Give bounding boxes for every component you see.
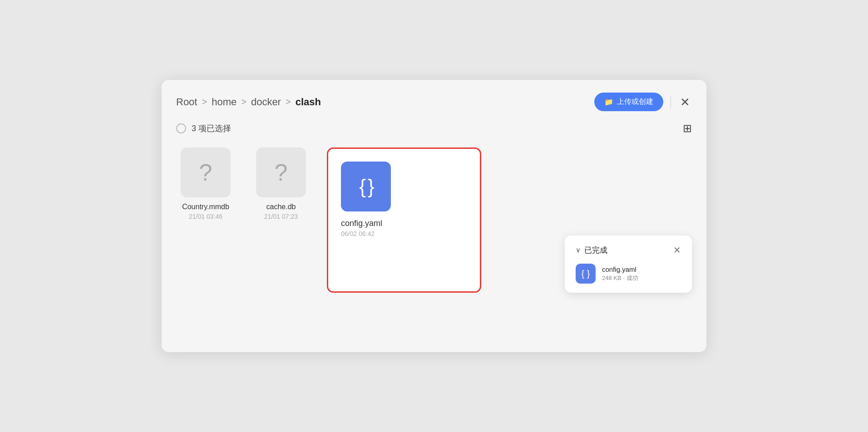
breadcrumb-sep-3: >	[286, 97, 291, 107]
upload-file-status: 成功	[626, 275, 638, 281]
selected-file-card[interactable]: { } config.yaml 06/02 06:42	[327, 147, 481, 293]
upload-progress-panel: ∨ 已完成 ✕ { } config.yaml 248 KB · 成功	[565, 236, 692, 293]
header: Root > home > docker > clash 📁 上传或创建 ✕	[162, 80, 706, 118]
breadcrumb-sep-1: >	[202, 97, 207, 107]
yaml-file-icon: { }	[341, 162, 391, 211]
upload-panel-title: ∨ 已完成	[576, 245, 607, 255]
grid-view-button[interactable]: ⊞	[683, 122, 692, 135]
upload-file-info: config.yaml 248 KB · 成功	[602, 265, 638, 282]
select-all-checkbox[interactable]	[176, 123, 186, 133]
breadcrumb-clash: clash	[296, 96, 321, 108]
file-name: config.yaml	[341, 219, 382, 228]
toolbar: 3 项已选择 ⊞	[162, 118, 706, 140]
list-item[interactable]: ? Country.mmdb 21/01 03:46	[176, 147, 235, 220]
upload-status-label: 已完成	[584, 245, 607, 255]
breadcrumb-sep-2: >	[241, 97, 247, 107]
braces-icon: { }	[359, 175, 373, 198]
upload-file-row: { } config.yaml 248 KB · 成功	[576, 264, 681, 284]
file-name: cache.db	[266, 203, 296, 211]
close-button[interactable]: ✕	[678, 95, 692, 109]
file-icon-unknown: ?	[256, 147, 306, 197]
upload-icon: 📁	[604, 98, 613, 106]
file-grid: ? Country.mmdb 21/01 03:46 ? cache.db 21…	[162, 140, 706, 307]
file-manager-window: Root > home > docker > clash 📁 上传或创建 ✕ 3…	[162, 80, 706, 352]
upload-panel-header: ∨ 已完成 ✕	[576, 245, 681, 255]
header-actions: 📁 上传或创建 ✕	[594, 93, 692, 111]
upload-create-button[interactable]: 📁 上传或创建	[594, 93, 663, 111]
breadcrumb-home[interactable]: home	[212, 96, 237, 108]
upload-btn-label: 上传或创建	[617, 97, 653, 107]
upload-file-name: config.yaml	[602, 265, 638, 273]
list-item[interactable]: ? cache.db 21/01 07:23	[252, 147, 311, 220]
meta-separator: ·	[623, 275, 625, 281]
grid-icon: ⊞	[683, 122, 692, 134]
chevron-down-icon: ∨	[576, 246, 581, 254]
upload-file-yaml-icon: { }	[576, 264, 596, 284]
file-date: 06/02 06:42	[341, 230, 375, 237]
file-icon-unknown: ?	[181, 147, 231, 197]
upload-panel-close-button[interactable]: ✕	[673, 245, 681, 255]
breadcrumb: Root > home > docker > clash	[176, 96, 321, 108]
upload-file-meta: 248 KB · 成功	[602, 274, 638, 282]
header-divider	[671, 96, 671, 108]
selected-count: 3 项已选择	[192, 123, 231, 134]
upload-file-size: 248 KB	[602, 275, 621, 281]
file-name: Country.mmdb	[182, 203, 229, 211]
file-date: 21/01 03:46	[189, 213, 222, 220]
breadcrumb-root[interactable]: Root	[176, 96, 197, 108]
file-date: 21/01 07:23	[264, 213, 298, 220]
breadcrumb-docker[interactable]: docker	[251, 96, 281, 108]
